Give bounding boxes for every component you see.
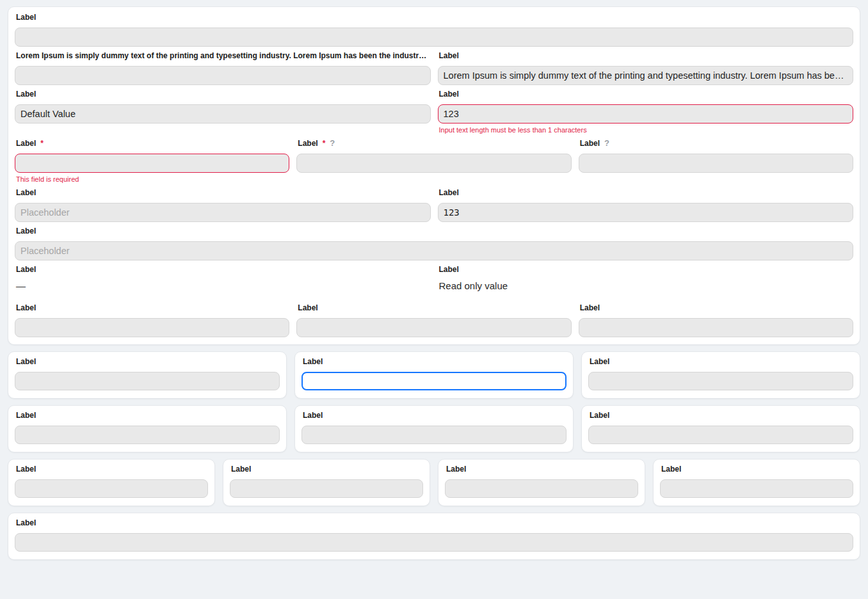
field-label-text: Label [16,518,36,527]
field-card: Label [8,405,287,452]
field-label: Label * ? [298,139,570,148]
field-label: Label [661,465,852,474]
field-label-text: Label [439,90,459,99]
readonly-value: Read only value [439,280,853,292]
text-input-required[interactable] [15,154,289,173]
field-label-text: Label [16,90,36,99]
text-input[interactable] [445,479,638,498]
field-label: Label [439,90,853,99]
field-label: Label [16,357,278,366]
field-label: Label [16,227,852,236]
main-form-card: Label Lorem Ipsum is simply dummy text o… [8,6,860,345]
field-label-text: Label [439,51,459,60]
text-input[interactable] [15,479,208,498]
text-input[interactable] [15,66,431,85]
field-label-text: Label [446,465,466,474]
help-icon[interactable]: ? [330,139,335,148]
text-input[interactable] [301,426,567,444]
form-field: Label ? [579,139,853,184]
form-field-readonly: Label Read only value [438,265,854,299]
form-field: Lorem Ipsum is simply dummy text of the … [15,51,431,85]
field-card: Label [438,459,645,506]
field-label: Label * [16,139,288,148]
field-label: Label [303,411,565,420]
field-label-text: Label [16,139,36,148]
text-input[interactable] [588,426,853,444]
text-input[interactable] [15,104,431,124]
text-input[interactable] [588,372,853,390]
field-label-text: Label [16,357,36,366]
field-label: Label [439,188,853,197]
form-field-readonly: Label — [15,265,431,299]
required-asterisk: * [40,139,44,148]
field-label-text: Label [303,411,323,420]
numeric-input[interactable] [438,203,854,222]
field-label: Label [590,357,852,366]
field-label-text: Label [590,357,609,366]
text-input[interactable] [15,533,853,552]
field-label-text: Label [439,265,459,274]
form-field: Label [438,188,854,222]
field-label-text: Label [298,303,317,312]
field-label: Label [580,303,852,312]
field-label-text: Label [298,139,317,148]
field-label-text: Label [303,357,323,366]
required-error-message: This field is required [16,175,288,184]
field-label: Label [16,303,288,312]
text-input[interactable] [15,318,289,337]
text-input-placeholder[interactable] [15,203,431,222]
field-label: Label [16,265,430,274]
field-label-text: Label [590,411,609,420]
field-label: Label [446,465,637,474]
field-label: Label [16,411,278,420]
text-input[interactable] [230,479,423,498]
field-label-text: Label [231,465,251,474]
form-field: Label [438,51,854,85]
text-input-error[interactable] [438,104,854,124]
text-input-placeholder[interactable] [15,241,853,260]
error-message: Input text length must be less than 1 ch… [439,126,853,134]
text-input[interactable] [15,372,280,390]
field-label: Label [298,303,570,312]
text-input[interactable] [660,479,853,498]
text-input[interactable] [15,426,280,444]
text-input[interactable] [579,154,853,173]
field-label: Label ? [580,139,852,148]
text-input[interactable] [296,318,571,337]
field-label: Label [16,13,852,22]
text-input[interactable] [579,318,853,337]
text-input[interactable] [15,28,853,47]
readonly-value: — [16,280,430,292]
card-row-plain: Label Label Label [8,405,860,452]
field-card: Label [8,351,287,399]
text-input-focused[interactable] [301,372,567,390]
field-label: Label [439,51,853,60]
field-label: Label [231,465,422,474]
field-card: Label [581,405,860,452]
field-label: Label [590,411,852,420]
field-label-text: Label [580,139,600,148]
text-input[interactable] [296,154,571,173]
field-card: Label [581,351,860,399]
text-input[interactable] [438,66,854,85]
form-field: Label [15,227,853,260]
form-field: Label Input text length must be less tha… [438,90,854,134]
form-field: Label [15,188,431,222]
field-card: Label [653,459,860,506]
field-label: Lorem Ipsum is simply dummy text of the … [16,51,430,60]
help-icon[interactable]: ? [604,139,609,148]
bottom-field-card: Label [8,513,860,560]
form-field: Label [15,303,289,337]
field-label: Label [439,265,853,274]
field-label-text: Label [16,303,36,312]
form-field: Label [15,90,431,134]
field-label-text: Label [580,303,600,312]
form-field: Label [296,303,571,337]
field-label-text: Label [661,465,681,474]
form-field: Label * ? [296,139,571,184]
field-label-text: Label [16,411,36,420]
form-field: Label [15,13,853,47]
field-label-text: Lorem Ipsum is simply dummy text of the … [16,51,430,60]
card-row-quad: Label Label Label Label [8,459,860,506]
field-label: Label [16,188,430,197]
